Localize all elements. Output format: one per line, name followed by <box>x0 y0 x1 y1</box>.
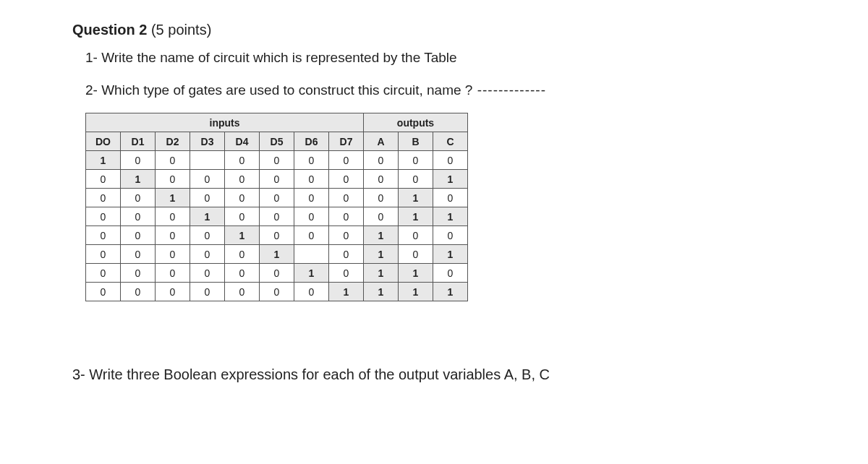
table-cell: 1 <box>190 207 225 226</box>
subquestion-3: 3- Write three Boolean expressions for e… <box>72 366 796 383</box>
table-cell: 0 <box>225 283 260 301</box>
question-points: (5 points) <box>151 22 211 38</box>
blank-dashes: ------------- <box>472 82 546 98</box>
table-cell: 0 <box>156 264 190 283</box>
table-cell: 0 <box>329 170 364 189</box>
table-cell: 0 <box>86 170 121 189</box>
table-cell: 0 <box>260 283 294 301</box>
table-cell: 0 <box>86 245 121 264</box>
table-group-header-row: inputs outputs <box>86 113 468 132</box>
table-cell: 0 <box>364 189 399 207</box>
table-cell: 0 <box>121 264 156 283</box>
table-cell <box>294 245 329 264</box>
table-cell: 0 <box>294 189 329 207</box>
table-cell: 1 <box>260 245 294 264</box>
table-cell: 0 <box>190 170 225 189</box>
table-cell: 0 <box>294 283 329 301</box>
table-row: 00100000010 <box>86 189 468 207</box>
question-title: Question 2 <box>72 22 147 38</box>
col-header: D7 <box>329 132 364 151</box>
col-header: D1 <box>121 132 156 151</box>
table-cell: 0 <box>190 226 225 245</box>
col-header: D5 <box>260 132 294 151</box>
table-cell: 0 <box>399 151 433 170</box>
table-cell: 0 <box>190 245 225 264</box>
table-cell: 0 <box>433 151 468 170</box>
table-cell: 1 <box>294 264 329 283</box>
table-cell: 1 <box>433 207 468 226</box>
table-cell: 0 <box>86 226 121 245</box>
table-cell: 0 <box>190 189 225 207</box>
table-cell: 1 <box>225 226 260 245</box>
table-cell: 1 <box>364 226 399 245</box>
table-row: 00010000011 <box>86 207 468 226</box>
table-cell: 0 <box>86 264 121 283</box>
table-cell: 0 <box>364 207 399 226</box>
table-cell: 0 <box>294 226 329 245</box>
table-cell: 0 <box>156 151 190 170</box>
col-header: D3 <box>190 132 225 151</box>
table-cell: 1 <box>399 283 433 301</box>
table-cell: 0 <box>225 189 260 207</box>
table-cell: 0 <box>156 283 190 301</box>
table-cell: 0 <box>190 264 225 283</box>
table-cell: 0 <box>156 170 190 189</box>
truth-table-container: inputs outputs DO D1 D2 D3 D4 D5 D6 D7 A… <box>85 113 796 301</box>
col-header: D2 <box>156 132 190 151</box>
table-cell: 0 <box>399 170 433 189</box>
table-cell: 1 <box>433 245 468 264</box>
table-cell: 1 <box>433 283 468 301</box>
subquestion-2: 2- Which type of gates are used to const… <box>85 81 796 100</box>
table-cell: 0 <box>121 207 156 226</box>
table-cell: 0 <box>225 245 260 264</box>
col-header: D4 <box>225 132 260 151</box>
table-cell: 0 <box>121 189 156 207</box>
table-cell: 0 <box>399 245 433 264</box>
table-cell: 0 <box>433 189 468 207</box>
table-cell: 0 <box>329 207 364 226</box>
table-cell: 1 <box>433 170 468 189</box>
table-cell: 0 <box>260 170 294 189</box>
table-row: 0000010101 <box>86 245 468 264</box>
table-cell: 0 <box>156 207 190 226</box>
table-cell: 1 <box>399 189 433 207</box>
table-cell: 1 <box>121 170 156 189</box>
table-cell: 0 <box>260 189 294 207</box>
table-cell: 0 <box>294 207 329 226</box>
table-cell: 1 <box>156 189 190 207</box>
table-cell: 1 <box>364 264 399 283</box>
table-cell: 0 <box>329 189 364 207</box>
table-cell: 0 <box>433 226 468 245</box>
table-cell: 0 <box>294 151 329 170</box>
outputs-group-header: outputs <box>364 113 468 132</box>
table-cell: 0 <box>329 226 364 245</box>
table-cell: 1 <box>86 151 121 170</box>
table-cell: 0 <box>260 226 294 245</box>
table-cell: 0 <box>190 283 225 301</box>
table-cell: 0 <box>225 264 260 283</box>
table-cell: 0 <box>225 170 260 189</box>
col-header: D6 <box>294 132 329 151</box>
table-cell: 1 <box>399 207 433 226</box>
truth-table: inputs outputs DO D1 D2 D3 D4 D5 D6 D7 A… <box>85 113 468 301</box>
col-header: C <box>433 132 468 151</box>
table-row: 00001000100 <box>86 226 468 245</box>
table-cell: 0 <box>86 207 121 226</box>
table-cell: 1 <box>364 245 399 264</box>
table-cell: 0 <box>329 264 364 283</box>
table-cell: 0 <box>364 151 399 170</box>
table-cell: 0 <box>260 264 294 283</box>
table-cell: 0 <box>121 151 156 170</box>
table-cell: 0 <box>399 226 433 245</box>
table-cell: 0 <box>86 283 121 301</box>
table-cell: 0 <box>329 151 364 170</box>
table-cell: 1 <box>399 264 433 283</box>
table-cell: 0 <box>121 283 156 301</box>
table-row: 01000000001 <box>86 170 468 189</box>
table-cell: 0 <box>121 226 156 245</box>
table-cell: 0 <box>156 226 190 245</box>
table-cell: 0 <box>294 170 329 189</box>
table-row: 00000001111 <box>86 283 468 301</box>
table-cell: 0 <box>364 170 399 189</box>
table-cell: 1 <box>364 283 399 301</box>
